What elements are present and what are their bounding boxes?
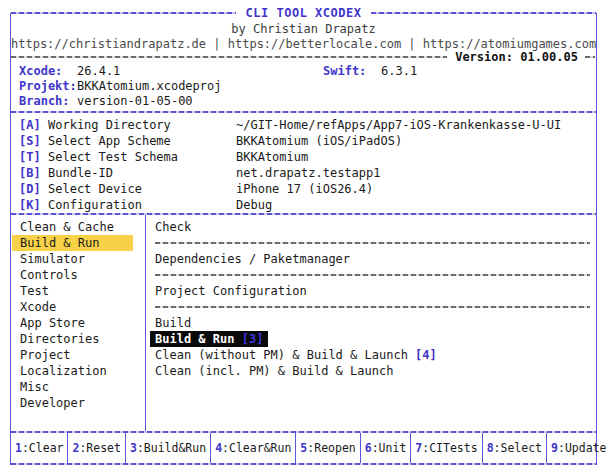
project-value: BKKAtomium.xcodeproj xyxy=(77,79,222,94)
shortcut-key: [K] xyxy=(19,197,48,213)
fn-key-label: :Select xyxy=(494,441,542,455)
swift-value: 6.3.1 xyxy=(381,64,417,79)
shortcut-row-configuration[interactable]: [K]ConfigurationDebug xyxy=(19,197,588,213)
fn-key-label: :Clear&Run xyxy=(222,441,291,455)
shortcut-row-select-test-schema[interactable]: [T]Select Test SchemaBKKAtomium xyxy=(19,149,588,165)
shortcut-label: Configuration xyxy=(48,197,236,213)
version-separator-stub xyxy=(585,56,595,58)
project-info: Xcode: 26.4.1 Swift: 6.3.1 Projekt: BKKA… xyxy=(11,62,596,111)
shortcut-value: BKKAtomium (iOS/iPadOS) xyxy=(236,133,402,149)
fn-key-reopen[interactable]: 5:Reopen xyxy=(296,433,360,463)
xcode-value: 26.4.1 xyxy=(77,64,323,79)
menu-item-controls[interactable]: Controls xyxy=(12,267,133,283)
content-item-label: Build & Run xyxy=(155,332,234,346)
menu-item-build-run[interactable]: Build & Run xyxy=(12,235,133,251)
menu-item-xcode[interactable]: Xcode xyxy=(12,299,133,315)
shortcut-row-select-device[interactable]: [D]Select DeviceiPhone 17 (iOS26.4) xyxy=(19,181,588,197)
shortcut-label: Select Test Schema xyxy=(48,149,236,165)
shortcut-row-bundle-id[interactable]: [B]Bundle-IDnet.drapatz.testapp1 xyxy=(19,165,588,181)
content-item-project-configuration[interactable]: Project Configuration xyxy=(155,283,592,299)
app-frame: CLI TOOL XCODEX by Christian Drapatz htt… xyxy=(10,13,597,465)
swift-label: Swift: xyxy=(323,64,381,79)
menu-item-test[interactable]: Test xyxy=(12,283,133,299)
shortcut-list: [A]Working Directory~/GIT-Home/refApps/A… xyxy=(11,113,596,213)
shortcut-key: [S] xyxy=(19,133,48,149)
content-item-build-run[interactable]: Build & Run [3] xyxy=(155,331,592,347)
content-item-badge: [4] xyxy=(415,348,437,362)
fn-key-number: 8 xyxy=(487,441,494,455)
content-separator xyxy=(155,306,590,308)
content-item-label: Clean (incl. PM) & Build & Launch xyxy=(155,364,393,378)
title-bar: CLI TOOL XCODEX xyxy=(11,4,596,22)
shortcut-key: [B] xyxy=(19,165,48,181)
menu-item-clean-cache[interactable]: Clean & Cache xyxy=(12,219,133,235)
menu-item-app-store[interactable]: App Store xyxy=(12,315,133,331)
fn-key-number: 3 xyxy=(130,441,137,455)
fn-key-number: 2 xyxy=(72,441,79,455)
fn-key-unit[interactable]: 6:Unit xyxy=(361,433,412,463)
info-row-project: Projekt: BKKAtomium.xcodeproj xyxy=(19,79,588,94)
content-item-label: Check xyxy=(155,220,191,234)
fn-key-citests[interactable]: 7:CITests xyxy=(411,433,482,463)
content-separator-row xyxy=(155,235,592,251)
menu-item-directories[interactable]: Directories xyxy=(12,331,133,347)
title-border-left xyxy=(11,12,236,14)
menu-item-simulator[interactable]: Simulator xyxy=(12,251,133,267)
fn-key-select[interactable]: 8:Select xyxy=(483,433,547,463)
fn-key-number: 6 xyxy=(365,441,372,455)
fn-key-clear-run[interactable]: 4:Clear&Run xyxy=(211,433,296,463)
menu-item-project[interactable]: Project xyxy=(12,347,133,363)
branch-value: version-01-05-00 xyxy=(77,94,193,109)
fn-key-label: :CITests xyxy=(422,441,477,455)
fn-key-update[interactable]: 9:Update xyxy=(547,433,607,463)
menu-item-developer[interactable]: Developer xyxy=(12,395,133,411)
content-item-check[interactable]: Check xyxy=(155,219,592,235)
shortcut-row-select-app-scheme[interactable]: [S]Select App SchemeBKKAtomium (iOS/iPad… xyxy=(19,133,588,149)
content-item-badge: [3] xyxy=(242,332,264,346)
version-separator xyxy=(11,56,447,58)
branch-label: Branch: xyxy=(19,94,77,109)
content-item-label: Clean (without PM) & Build & Launch xyxy=(155,348,408,362)
fn-key-number: 1 xyxy=(15,441,22,455)
version-row: Version: 01.00.05 xyxy=(11,52,596,62)
function-key-bar: 1:Clear2:Reset3:Build&Run4:Clear&Run5:Re… xyxy=(11,433,596,463)
shortcut-key: [D] xyxy=(19,181,48,197)
content-separator-row xyxy=(155,299,592,315)
shortcut-label: Select App Scheme xyxy=(48,133,236,149)
fn-key-label: :Reopen xyxy=(307,441,355,455)
content-item-label: Dependencies / Paketmanager xyxy=(155,252,350,266)
shortcut-key: [T] xyxy=(19,149,48,165)
fn-key-clear[interactable]: 1:Clear xyxy=(11,433,68,463)
fn-key-label: :Update xyxy=(558,441,606,455)
content-item-clean-incl-pm-build-launch[interactable]: Clean (incl. PM) & Build & Launch xyxy=(155,363,592,379)
shortcut-row-working-directory[interactable]: [A]Working Directory~/GIT-Home/refApps/A… xyxy=(19,117,588,133)
main-area: Clean & CacheBuild & RunSimulatorControl… xyxy=(11,215,596,431)
fn-key-label: :Reset xyxy=(79,441,121,455)
fn-key-number: 7 xyxy=(415,441,422,455)
frame-bottom-border xyxy=(11,463,596,465)
fn-key-number: 5 xyxy=(300,441,307,455)
fn-key-build-run[interactable]: 3:Build&Run xyxy=(126,433,211,463)
content-item-selected: Build & Run [3] xyxy=(150,331,268,347)
fn-key-label: :Clear xyxy=(22,441,64,455)
content-item-label: Build xyxy=(155,316,191,330)
content-panel: CheckDependencies / PaketmanagerProject … xyxy=(146,215,596,431)
shortcut-value: ~/GIT-Home/refApps/App7-iOS-Krankenkasse… xyxy=(236,117,561,133)
fn-key-reset[interactable]: 2:Reset xyxy=(68,433,125,463)
shortcut-label: Select Device xyxy=(48,181,236,197)
shortcut-value: BKKAtomium xyxy=(236,149,308,165)
content-item-clean-without-pm-build-launch[interactable]: Clean (without PM) & Build & Launch [4] xyxy=(155,347,592,363)
project-label: Projekt: xyxy=(19,79,77,94)
info-row-xcode: Xcode: 26.4.1 Swift: 6.3.1 xyxy=(19,64,588,79)
menu-item-misc[interactable]: Misc xyxy=(12,379,133,395)
shortcut-value: Debug xyxy=(236,197,272,213)
content-item-dependencies-paketmanager[interactable]: Dependencies / Paketmanager xyxy=(155,251,592,267)
xcode-label: Xcode: xyxy=(19,64,77,79)
app-title: CLI TOOL XCODEX xyxy=(236,6,372,20)
content-item-build[interactable]: Build xyxy=(155,315,592,331)
fn-key-label: :Build&Run xyxy=(137,441,206,455)
fn-key-number: 9 xyxy=(551,441,558,455)
shortcut-value: iPhone 17 (iOS26.4) xyxy=(236,181,373,197)
fn-key-label: :Unit xyxy=(372,441,407,455)
menu-item-localization[interactable]: Localization xyxy=(12,363,133,379)
